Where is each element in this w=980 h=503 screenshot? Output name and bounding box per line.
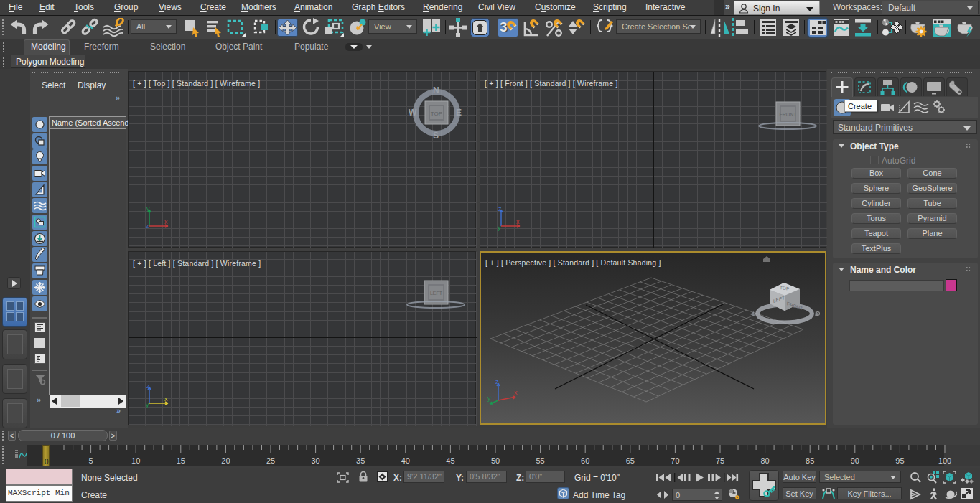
svg-text:TOP: TOP bbox=[431, 111, 442, 117]
svg-text:90: 90 bbox=[851, 456, 859, 465]
svg-text:65: 65 bbox=[626, 456, 635, 465]
svg-text:15: 15 bbox=[177, 456, 185, 465]
svg-text:30: 30 bbox=[311, 456, 319, 465]
svg-text:FRONT: FRONT bbox=[779, 112, 797, 117]
svg-text:20: 20 bbox=[221, 456, 230, 465]
svg-text:45: 45 bbox=[446, 456, 454, 465]
svg-text:40: 40 bbox=[401, 456, 410, 465]
svg-text:z: z bbox=[146, 382, 150, 390]
svg-text:x: x bbox=[514, 389, 518, 396]
svg-text:y: y bbox=[487, 395, 491, 402]
svg-text:z: z bbox=[495, 378, 499, 385]
svg-text:85: 85 bbox=[806, 456, 814, 465]
svg-text:x: x bbox=[516, 218, 520, 225]
svg-text:80: 80 bbox=[760, 456, 769, 465]
svg-text:y: y bbox=[498, 224, 501, 231]
svg-text:z: z bbox=[498, 205, 502, 212]
svg-text:75: 75 bbox=[716, 456, 724, 465]
svg-text:55: 55 bbox=[536, 456, 544, 465]
svg-text:100: 100 bbox=[938, 456, 951, 465]
svg-text:95: 95 bbox=[895, 456, 904, 465]
svg-text:25: 25 bbox=[266, 456, 275, 465]
svg-text:50: 50 bbox=[491, 456, 500, 465]
svg-text:LEFT: LEFT bbox=[430, 291, 443, 296]
svg-text:y: y bbox=[146, 401, 149, 408]
svg-text:y: y bbox=[146, 205, 150, 212]
svg-text:60: 60 bbox=[581, 456, 589, 465]
svg-text:5: 5 bbox=[89, 456, 93, 465]
svg-text:x: x bbox=[164, 218, 168, 225]
svg-text:70: 70 bbox=[671, 456, 679, 465]
svg-text:x: x bbox=[164, 395, 168, 403]
svg-text:10: 10 bbox=[131, 456, 140, 465]
svg-text:35: 35 bbox=[356, 456, 365, 465]
svg-text:z: z bbox=[146, 222, 149, 230]
